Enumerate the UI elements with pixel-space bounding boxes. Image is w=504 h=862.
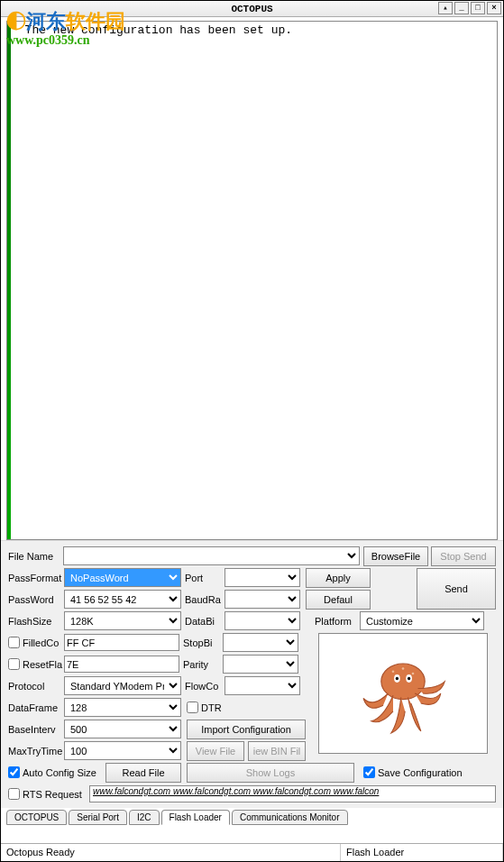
protocol-label: Protocol	[8, 681, 64, 692]
read-file-button[interactable]: Read File	[105, 763, 181, 783]
rts-checkbox[interactable]	[8, 788, 20, 800]
configuration-form: File Name BrowseFile Stop Send PassForma…	[1, 540, 503, 808]
resetflag-input[interactable]	[64, 656, 179, 673]
svg-point-7	[412, 673, 415, 675]
maximize-button[interactable]: □	[471, 2, 485, 14]
file-name-label: File Name	[8, 551, 63, 562]
password-select[interactable]: 41 56 52 55 42	[64, 590, 181, 609]
console-text: The new configuration has been set up.	[7, 22, 497, 39]
protocol-select[interactable]: Standard YModem Protoc	[64, 676, 181, 695]
parity-label: Parity	[183, 659, 223, 670]
view-bin-button[interactable]: iew BIN Fil	[248, 741, 306, 761]
save-config-checkbox[interactable]	[363, 766, 375, 778]
baseinterval-select[interactable]: 500	[64, 720, 181, 738]
dataframe-select[interactable]: 128	[64, 698, 181, 717]
svg-point-6	[402, 667, 405, 670]
console-output[interactable]: The new configuration has been set up.	[6, 21, 498, 540]
port-select[interactable]	[225, 568, 300, 587]
tab-comm-monitor[interactable]: Communications Monitor	[232, 810, 348, 825]
maxtrytime-select[interactable]: 100	[64, 741, 181, 760]
dataframe-label: DataFrame	[8, 702, 64, 713]
title-bar: OCTOPUS ▴ _ □ ×	[1, 1, 503, 17]
rts-label: RTS Request	[23, 789, 82, 800]
import-config-button[interactable]: Import Configuration	[187, 720, 306, 739]
status-bar: Octopus Ready Flash Loader	[1, 843, 503, 861]
status-left: Octopus Ready	[1, 844, 341, 861]
port-label: Port	[185, 573, 225, 583]
filledcode-label: FilledCo	[23, 637, 59, 648]
baseinterval-label: BaseInterv	[8, 724, 64, 735]
roll-up-button[interactable]: ▴	[438, 2, 453, 14]
minimize-button[interactable]: _	[454, 2, 469, 14]
default-button[interactable]: Defaul	[306, 590, 371, 610]
show-logs-button[interactable]: Show Logs	[187, 763, 354, 783]
filledcode-checkbox[interactable]	[8, 637, 20, 648]
stop-send-button[interactable]: Stop Send	[431, 546, 496, 566]
baudrate-select[interactable]	[225, 590, 300, 609]
tab-bar: OCTOPUS Serial Port I2C Flash Loader Com…	[6, 810, 498, 825]
password-label: PassWord	[8, 594, 64, 605]
parity-select[interactable]	[223, 655, 298, 674]
dtr-checkbox[interactable]	[187, 702, 198, 713]
flashsize-label: FlashSize	[8, 616, 64, 627]
flowcontrol-label: FlowCo	[185, 681, 225, 692]
baudrate-label: BaudRa	[185, 594, 225, 605]
filledcode-input[interactable]	[64, 634, 179, 651]
resetflag-label: ResetFla	[23, 659, 62, 670]
auto-config-checkbox[interactable]	[8, 766, 20, 778]
dtr-label: DTR	[201, 702, 222, 713]
flashsize-select[interactable]: 128K	[64, 611, 181, 630]
svg-point-5	[392, 670, 395, 673]
databits-select[interactable]	[225, 611, 300, 630]
apply-button[interactable]: Apply	[306, 568, 371, 588]
file-name-select[interactable]	[63, 546, 360, 565]
status-right: Flash Loader	[341, 844, 503, 861]
octopus-image	[318, 633, 488, 754]
svg-point-4	[408, 677, 410, 680]
svg-point-2	[396, 677, 399, 680]
tab-i2c[interactable]: I2C	[129, 810, 160, 825]
stopbits-select[interactable]	[223, 633, 298, 652]
auto-config-label: Auto Config Size	[23, 767, 96, 778]
maxtrytime-label: MaxTryTime	[8, 746, 64, 757]
browse-file-button[interactable]: BrowseFile	[363, 546, 428, 566]
view-file-button[interactable]: View File	[187, 741, 244, 761]
close-button[interactable]: ×	[487, 2, 501, 14]
tab-flash-loader[interactable]: Flash Loader	[161, 810, 230, 825]
tab-octopus[interactable]: OCTOPUS	[6, 810, 67, 825]
tab-serial-port[interactable]: Serial Port	[69, 810, 127, 825]
save-config-label: Save Configuration	[378, 767, 463, 778]
databits-label: DataBi	[185, 616, 225, 627]
platform-label: Platform	[315, 616, 360, 627]
platform-select[interactable]: Customize	[360, 611, 484, 630]
flowcontrol-select[interactable]	[225, 676, 300, 695]
passformat-select[interactable]: NoPassWord	[64, 568, 181, 587]
ribbon-decoration	[7, 22, 11, 539]
passformat-label: PassFormat	[8, 573, 64, 583]
url-display[interactable]: www.falcondgt.com www.falcondgt.com www.…	[89, 785, 496, 802]
resetflag-checkbox[interactable]	[8, 658, 20, 670]
send-button[interactable]: Send	[417, 568, 496, 610]
octopus-icon	[353, 644, 453, 743]
window-title: OCTOPUS	[231, 4, 272, 14]
stopbits-label: StopBi	[183, 637, 223, 648]
